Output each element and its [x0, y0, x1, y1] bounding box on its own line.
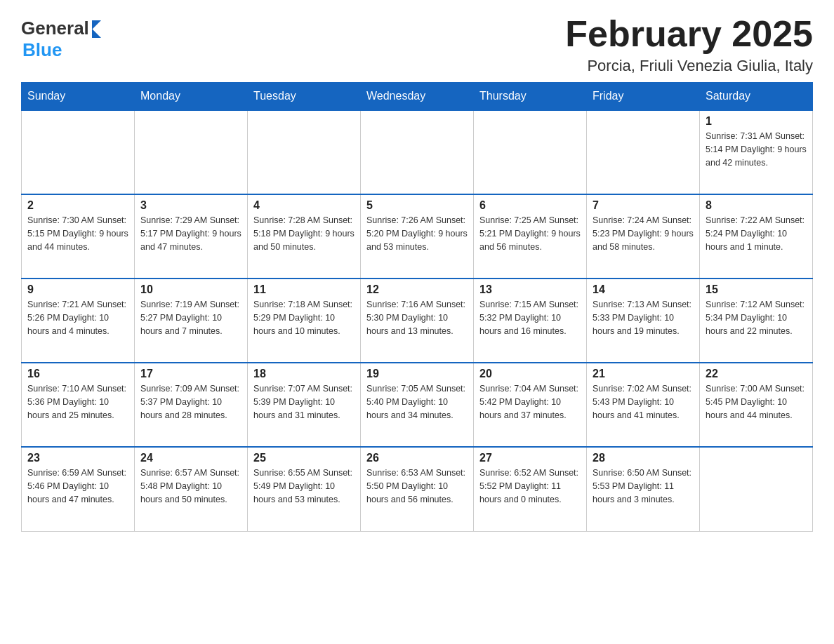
day-number: 26	[366, 452, 468, 464]
calendar-week-row: 9Sunrise: 7:21 AM Sunset: 5:26 PM Daylig…	[22, 279, 813, 363]
day-of-week-header: Thursday	[474, 83, 587, 111]
calendar-cell	[474, 110, 587, 194]
day-info: Sunrise: 6:59 AM Sunset: 5:46 PM Dayligh…	[27, 467, 128, 506]
location-title: Porcia, Friuli Venezia Giulia, Italy	[565, 57, 813, 75]
calendar-table: SundayMondayTuesdayWednesdayThursdayFrid…	[21, 82, 813, 532]
day-number: 16	[27, 368, 128, 380]
day-number: 6	[479, 199, 581, 212]
calendar-cell: 18Sunrise: 7:07 AM Sunset: 5:39 PM Dayli…	[248, 363, 361, 447]
calendar-cell	[700, 447, 813, 531]
day-number: 18	[253, 368, 355, 380]
logo-blue-text: Blue	[22, 39, 62, 60]
day-number: 17	[140, 368, 241, 380]
day-number: 9	[27, 283, 128, 296]
day-number: 19	[366, 368, 468, 380]
day-info: Sunrise: 7:13 AM Sunset: 5:33 PM Dayligh…	[593, 298, 694, 337]
day-info: Sunrise: 7:05 AM Sunset: 5:40 PM Dayligh…	[366, 382, 468, 422]
calendar-cell: 26Sunrise: 6:53 AM Sunset: 5:50 PM Dayli…	[361, 447, 474, 531]
day-info: Sunrise: 7:28 AM Sunset: 5:18 PM Dayligh…	[253, 214, 355, 253]
calendar-cell: 15Sunrise: 7:12 AM Sunset: 5:34 PM Dayli…	[700, 279, 813, 363]
day-of-week-header: Wednesday	[361, 83, 474, 111]
calendar-cell: 21Sunrise: 7:02 AM Sunset: 5:43 PM Dayli…	[587, 363, 700, 447]
day-info: Sunrise: 6:50 AM Sunset: 5:53 PM Dayligh…	[593, 467, 694, 506]
day-info: Sunrise: 7:12 AM Sunset: 5:34 PM Dayligh…	[706, 298, 807, 337]
day-number: 13	[479, 283, 581, 296]
day-number: 28	[593, 452, 694, 464]
calendar-cell	[587, 110, 700, 194]
calendar-cell: 24Sunrise: 6:57 AM Sunset: 5:48 PM Dayli…	[135, 447, 248, 531]
calendar-week-row: 23Sunrise: 6:59 AM Sunset: 5:46 PM Dayli…	[22, 447, 813, 531]
calendar-cell: 8Sunrise: 7:22 AM Sunset: 5:24 PM Daylig…	[700, 194, 813, 279]
day-info: Sunrise: 7:00 AM Sunset: 5:45 PM Dayligh…	[706, 382, 807, 422]
day-number: 27	[479, 452, 581, 464]
calendar-cell: 19Sunrise: 7:05 AM Sunset: 5:40 PM Dayli…	[361, 363, 474, 447]
day-number: 5	[366, 199, 468, 212]
calendar-cell: 10Sunrise: 7:19 AM Sunset: 5:27 PM Dayli…	[135, 279, 248, 363]
calendar-cell	[361, 110, 474, 194]
day-of-week-header: Saturday	[700, 83, 813, 111]
calendar-cell: 7Sunrise: 7:24 AM Sunset: 5:23 PM Daylig…	[587, 194, 700, 279]
day-info: Sunrise: 7:21 AM Sunset: 5:26 PM Dayligh…	[27, 298, 128, 337]
day-info: Sunrise: 6:57 AM Sunset: 5:48 PM Dayligh…	[140, 467, 241, 506]
calendar-week-row: 1Sunrise: 7:31 AM Sunset: 5:14 PM Daylig…	[22, 110, 813, 194]
day-number: 24	[140, 452, 241, 464]
calendar-cell: 12Sunrise: 7:16 AM Sunset: 5:30 PM Dayli…	[361, 279, 474, 363]
day-number: 15	[706, 283, 807, 296]
day-number: 8	[706, 199, 807, 212]
calendar-cell: 22Sunrise: 7:00 AM Sunset: 5:45 PM Dayli…	[700, 363, 813, 447]
day-info: Sunrise: 7:25 AM Sunset: 5:21 PM Dayligh…	[479, 214, 581, 253]
day-number: 3	[140, 199, 241, 212]
calendar-cell	[248, 110, 361, 194]
calendar-cell: 17Sunrise: 7:09 AM Sunset: 5:37 PM Dayli…	[135, 363, 248, 447]
title-area: February 2025 Porcia, Friuli Venezia Giu…	[565, 14, 813, 75]
day-info: Sunrise: 7:10 AM Sunset: 5:36 PM Dayligh…	[27, 382, 128, 422]
day-of-week-header: Sunday	[22, 83, 135, 111]
logo: General Blue	[21, 18, 101, 61]
day-number: 25	[253, 452, 355, 464]
day-info: Sunrise: 7:04 AM Sunset: 5:42 PM Dayligh…	[479, 382, 581, 422]
day-info: Sunrise: 7:15 AM Sunset: 5:32 PM Dayligh…	[479, 298, 581, 337]
day-number: 21	[593, 368, 694, 380]
day-info: Sunrise: 7:18 AM Sunset: 5:29 PM Dayligh…	[253, 298, 355, 337]
day-info: Sunrise: 6:52 AM Sunset: 5:52 PM Dayligh…	[479, 467, 581, 506]
calendar-cell: 4Sunrise: 7:28 AM Sunset: 5:18 PM Daylig…	[248, 194, 361, 279]
day-info: Sunrise: 7:30 AM Sunset: 5:15 PM Dayligh…	[27, 214, 128, 253]
day-number: 14	[593, 283, 694, 296]
day-info: Sunrise: 7:22 AM Sunset: 5:24 PM Dayligh…	[706, 214, 807, 253]
day-number: 1	[706, 115, 807, 128]
calendar-cell	[135, 110, 248, 194]
day-info: Sunrise: 7:31 AM Sunset: 5:14 PM Dayligh…	[706, 130, 807, 169]
day-number: 2	[27, 199, 128, 212]
calendar-cell: 27Sunrise: 6:52 AM Sunset: 5:52 PM Dayli…	[474, 447, 587, 531]
day-info: Sunrise: 7:24 AM Sunset: 5:23 PM Dayligh…	[593, 214, 694, 253]
page-header: General Blue February 2025 Porcia, Friul…	[21, 14, 813, 75]
day-info: Sunrise: 7:07 AM Sunset: 5:39 PM Dayligh…	[253, 382, 355, 422]
calendar-cell: 20Sunrise: 7:04 AM Sunset: 5:42 PM Dayli…	[474, 363, 587, 447]
calendar-cell: 14Sunrise: 7:13 AM Sunset: 5:33 PM Dayli…	[587, 279, 700, 363]
calendar-cell: 6Sunrise: 7:25 AM Sunset: 5:21 PM Daylig…	[474, 194, 587, 279]
day-number: 22	[706, 368, 807, 380]
calendar-cell: 16Sunrise: 7:10 AM Sunset: 5:36 PM Dayli…	[22, 363, 135, 447]
calendar-cell: 3Sunrise: 7:29 AM Sunset: 5:17 PM Daylig…	[135, 194, 248, 279]
day-of-week-header: Tuesday	[248, 83, 361, 111]
day-number: 23	[27, 452, 128, 464]
day-number: 4	[253, 199, 355, 212]
day-of-week-header: Monday	[135, 83, 248, 111]
calendar-cell: 5Sunrise: 7:26 AM Sunset: 5:20 PM Daylig…	[361, 194, 474, 279]
logo-general-text: General	[21, 18, 89, 39]
calendar-week-row: 16Sunrise: 7:10 AM Sunset: 5:36 PM Dayli…	[22, 363, 813, 447]
day-number: 10	[140, 283, 241, 296]
day-number: 12	[366, 283, 468, 296]
calendar-cell: 23Sunrise: 6:59 AM Sunset: 5:46 PM Dayli…	[22, 447, 135, 531]
day-of-week-header: Friday	[587, 83, 700, 111]
day-info: Sunrise: 7:19 AM Sunset: 5:27 PM Dayligh…	[140, 298, 241, 337]
calendar-cell	[22, 110, 135, 194]
calendar-cell: 28Sunrise: 6:50 AM Sunset: 5:53 PM Dayli…	[587, 447, 700, 531]
calendar-header-row: SundayMondayTuesdayWednesdayThursdayFrid…	[22, 83, 813, 111]
day-info: Sunrise: 6:53 AM Sunset: 5:50 PM Dayligh…	[366, 467, 468, 506]
calendar-cell: 1Sunrise: 7:31 AM Sunset: 5:14 PM Daylig…	[700, 110, 813, 194]
day-info: Sunrise: 7:09 AM Sunset: 5:37 PM Dayligh…	[140, 382, 241, 422]
day-number: 20	[479, 368, 581, 380]
month-title: February 2025	[565, 14, 813, 54]
day-number: 7	[593, 199, 694, 212]
